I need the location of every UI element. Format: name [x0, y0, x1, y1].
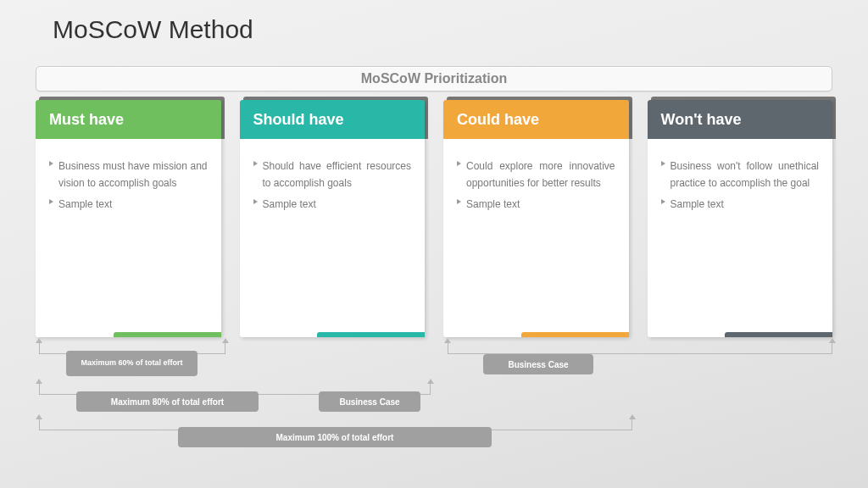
bullet-item: Sample text	[49, 196, 208, 213]
chevron-right-icon	[457, 161, 461, 166]
effort-60: Maximum 60% of total effort	[66, 351, 198, 376]
effort-bc2: Business Case	[483, 354, 593, 374]
subtitle-bar: MoSCoW Prioritization	[36, 66, 832, 92]
bullet-text: Sample text	[58, 196, 208, 213]
card-body: Business won't follow unethical practice…	[648, 139, 833, 213]
arrow-icon	[36, 414, 42, 419]
arrow-icon	[427, 379, 434, 384]
bullet-item: Should have efficient resources to accom…	[253, 158, 412, 192]
card-stripe	[114, 332, 221, 337]
cards-row: Must haveBusiness must have mission and …	[36, 100, 832, 337]
card-header: Should have	[240, 100, 426, 139]
bullet-text: Should have efficient resources to accom…	[263, 158, 412, 192]
bullet-item: Business won't follow unethical practice…	[661, 158, 820, 192]
bullet-text: Business must have mission and vision to…	[58, 158, 208, 192]
card-body: Business must have mission and vision to…	[36, 139, 221, 213]
card-body: Could explore more innovative opportunit…	[443, 139, 629, 213]
card-header: Could have	[443, 100, 629, 139]
arrow-icon	[444, 338, 451, 343]
chevron-right-icon	[253, 199, 258, 204]
bullet-item: Sample text	[457, 196, 615, 213]
card-header: Must have	[36, 100, 221, 139]
card-stripe	[521, 332, 629, 337]
arrow-icon	[36, 379, 42, 384]
card-2: Could haveCould explore more innovative …	[443, 100, 629, 337]
bullet-text: Sample text	[466, 196, 615, 213]
card-1: Should haveShould have efficient resourc…	[240, 100, 426, 337]
arrow-icon	[36, 338, 42, 343]
effort-80: Maximum 80% of total effort	[76, 391, 259, 412]
bullet-item: Business must have mission and vision to…	[49, 158, 208, 192]
chevron-right-icon	[49, 161, 53, 166]
card-stripe	[725, 332, 832, 337]
effort-100: Maximum 100% of total effort	[178, 427, 492, 447]
bullet-item: Sample text	[661, 196, 820, 213]
bullet-item: Could explore more innovative opportunit…	[457, 158, 615, 192]
chevron-right-icon	[457, 199, 461, 204]
chevron-right-icon	[661, 161, 665, 166]
card-0: Must haveBusiness must have mission and …	[36, 100, 221, 337]
card-body: Should have efficient resources to accom…	[240, 139, 426, 213]
arrow-icon	[629, 414, 636, 419]
arrow-icon	[222, 338, 229, 343]
card-header: Won't have	[648, 100, 833, 139]
bullet-text: Sample text	[670, 196, 820, 213]
chevron-right-icon	[253, 161, 258, 166]
arrow-icon	[829, 338, 836, 343]
effort-bc1: Business Case	[319, 391, 420, 412]
bullet-text: Business won't follow unethical practice…	[670, 158, 820, 192]
card-3: Won't haveBusiness won't follow unethica…	[648, 100, 833, 337]
bullet-text: Sample text	[263, 196, 412, 213]
bracket-bc2	[448, 342, 832, 354]
page-title: MoSCoW Method	[53, 15, 253, 44]
chevron-right-icon	[661, 199, 665, 204]
bullet-text: Could explore more innovative opportunit…	[466, 158, 615, 192]
bullet-item: Sample text	[253, 196, 412, 213]
chevron-right-icon	[49, 199, 53, 204]
card-stripe	[317, 332, 425, 337]
